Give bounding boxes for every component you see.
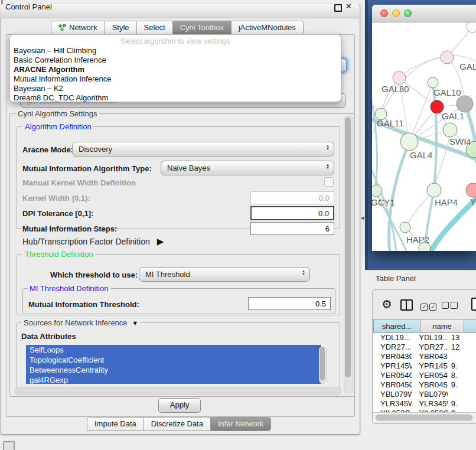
export-table-icon[interactable] (471, 298, 476, 311)
columns-icon[interactable] (400, 299, 413, 311)
table-hscrollbar-thumb[interactable] (376, 415, 472, 420)
aracne-mode-combobox[interactable]: Discovery ▲▼ (72, 142, 334, 156)
algorithm-option-dream8-dc-tdc-algorithm[interactable]: Dream8 DC_TDC Algorithm (10, 93, 341, 103)
table-cell (448, 390, 476, 399)
data-attribute-item[interactable]: BetweennessCentrality (26, 365, 321, 375)
settings-hscrollbar[interactable] (14, 387, 341, 395)
column-header-shared[interactable]: shared... (373, 319, 420, 333)
which-threshold-label: Which threshold to use: (50, 270, 138, 279)
table-cell (448, 352, 476, 361)
which-threshold-combobox[interactable]: MI Threshold ▲▼ (139, 267, 310, 282)
network-node[interactable] (457, 96, 473, 112)
network-node-gal4[interactable] (400, 133, 418, 151)
tab-infer-network[interactable]: Infer Network (211, 417, 271, 431)
data-attribute-item[interactable]: SelfLoops (26, 345, 321, 355)
network-node-label: GAL1 (442, 111, 464, 121)
table-cell: 9. (448, 361, 476, 371)
gear-icon[interactable]: ⚙ (382, 297, 392, 311)
dpi-tolerance-field[interactable] (250, 206, 334, 220)
kernel-width-label: Kernel Width (0,1): (22, 194, 90, 203)
table-row[interactable]: YER054CYER054C8. (373, 371, 476, 380)
tab-discretize-data[interactable]: Discretize Data (144, 417, 211, 431)
network-node-hap2[interactable] (400, 222, 410, 233)
tab-jactivemnodules[interactable]: jActiveMNodules (232, 21, 304, 35)
minimized-panel-icon[interactable] (3, 441, 15, 450)
network-node-hap4[interactable] (427, 183, 441, 197)
manual-kernel-checkbox[interactable] (324, 177, 334, 187)
table-row[interactable]: YDR27...YDR27...12 (373, 343, 476, 352)
algorithm-option-mutual-information-inference[interactable]: Mutual Information Inference (10, 74, 341, 84)
combo-arrows-icon: ▲▼ (302, 270, 305, 276)
table-cell: YPR145W (373, 361, 412, 371)
close-traffic-light-icon[interactable] (380, 9, 388, 17)
mi-threshold-label: Mutual Information Threshold: (28, 300, 139, 309)
algorithm-option-basic-correlation-inference[interactable]: Basic Correlation Inference (10, 56, 341, 65)
splitter-collapse-icon[interactable]: ◄ (360, 215, 365, 221)
table-cell: YDR27... (373, 343, 412, 352)
hub-definition-expander[interactable]: Hub/Transcription Factor Definition ▶ (22, 236, 164, 247)
table-row[interactable]: YBR045CYBR045C9. (373, 380, 476, 390)
list-scrollbar-thumb[interactable] (320, 347, 325, 380)
tab-impute-data[interactable]: Impute Data (87, 417, 144, 431)
column-header-a[interactable]: A (464, 319, 476, 333)
network-node-gal80[interactable] (393, 71, 406, 84)
network-node[interactable] (467, 22, 476, 32)
table-cell: YPR145W (412, 361, 448, 371)
network-node-label: GAL10 (433, 87, 461, 97)
float-icon[interactable] (334, 4, 342, 12)
data-attributes-list[interactable]: SelfLoopsTopologicalCoefficientBetweenne… (26, 345, 327, 384)
table-cell: YDL19... (412, 333, 448, 343)
network-node-label: GAL4 (410, 150, 432, 160)
network-node[interactable] (419, 242, 431, 251)
network-canvas[interactable]: GALGAL80GAL10GAL1GAL11GAL4SWI4GCY1HAP4YH… (372, 22, 476, 251)
tab-label: Discretize Data (151, 419, 203, 428)
table-cell: YBL079W (412, 390, 448, 399)
network-window-titlebar[interactable] (372, 5, 476, 22)
mi-type-combobox[interactable]: Naive Bayes ▲▼ (161, 161, 334, 175)
close-icon[interactable]: ✕ (345, 2, 352, 11)
table-row[interactable]: YPR145WYPR145W9. (373, 361, 476, 371)
table-row[interactable]: YBL079WYBL079W (373, 390, 476, 399)
table-hscrollbar-track[interactable] (373, 412, 476, 422)
tab-label: Cyni Toolbox (180, 23, 224, 32)
mi-steps-field[interactable] (250, 222, 334, 235)
algorithm-option-bayesian-hill-climbing[interactable]: Bayesian – Hill Climbing (10, 46, 341, 56)
table-row[interactable]: YBR043CYBR043C (373, 352, 476, 361)
table-row[interactable]: YDL19...YDL19...13 (373, 333, 476, 343)
deselect-all-columns-icon[interactable] (442, 301, 459, 311)
table-row[interactable]: YLR345WYLR345W9. (373, 399, 476, 409)
table-cell: YER054C (412, 371, 448, 380)
minimize-traffic-light-icon[interactable] (392, 9, 400, 17)
network-node-gal1[interactable] (443, 123, 457, 137)
network-node-y[interactable] (466, 183, 476, 197)
network-node-gal[interactable] (441, 51, 454, 64)
data-attribute-item[interactable]: gal4RGexp (26, 375, 321, 384)
network-node-gcy1[interactable] (372, 185, 382, 197)
settings-scrollbar-thumb[interactable] (345, 118, 351, 377)
mi-threshold-group-title: MI Threshold Definition (27, 284, 110, 293)
tab-cyni-toolbox[interactable]: Cyni Toolbox (173, 21, 232, 35)
collapse-down-icon: ▼ (132, 319, 138, 327)
kernel-width-field[interactable] (250, 191, 334, 204)
mi-threshold-field[interactable] (248, 297, 331, 310)
aracne-mode-value: Discovery (79, 145, 112, 154)
select-all-columns-icon[interactable]: ✓✓ (420, 301, 438, 311)
network-node-gal10[interactable] (428, 77, 438, 88)
column-header-name[interactable]: name (420, 319, 464, 333)
which-threshold-value: MI Threshold (145, 270, 190, 279)
algorithm-option-aracne-algorithm[interactable]: ARACNE Algorithm (10, 65, 341, 74)
top-left-artifact (1, 0, 3, 4)
tab-select[interactable]: Select (137, 21, 173, 35)
algorithm-option-bayesian-k2[interactable]: Bayesian – K2 (10, 84, 341, 93)
zoom-traffic-light-icon[interactable] (404, 9, 412, 17)
sources-group-title[interactable]: Sources for Network Inference ▼ (21, 318, 141, 327)
network-window[interactable]: GALGAL80GAL10GAL1GAL11GAL4SWI4GCY1HAP4YH… (372, 5, 476, 251)
network-icon (58, 24, 66, 31)
control-panel-titlebar[interactable] (1, 4, 359, 18)
tab-network[interactable]: Network (51, 21, 105, 35)
tab-style[interactable]: Style (105, 21, 137, 35)
apply-button[interactable]: Apply (158, 398, 201, 413)
dpi-tolerance-label: DPI Tolerance [0,1]: (22, 209, 93, 218)
data-attribute-item[interactable]: TopologicalCoefficient (26, 355, 321, 365)
table-cell: YER054C (373, 371, 412, 380)
